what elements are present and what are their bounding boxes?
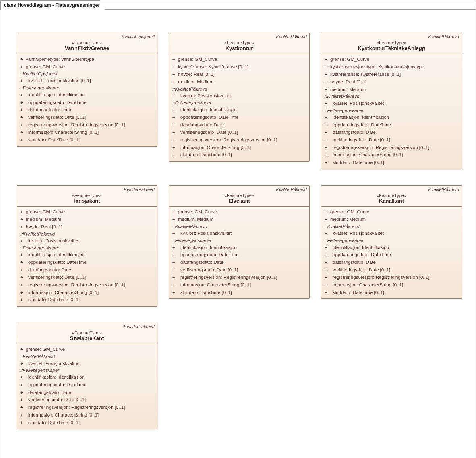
- attribute-row: +medium: Medium: [169, 78, 309, 86]
- visibility-plus-icon: +: [20, 381, 26, 388]
- attribute-row: +informasjon: CharacterString [0..1]: [17, 128, 157, 136]
- attribute-row: +medium: Medium: [321, 216, 462, 223]
- attribute-row: +datafangstdato: Date: [169, 259, 309, 266]
- class-tag: KvalitetOpsjonell: [122, 34, 155, 39]
- attribute-row: +informasjon: CharacterString [0..1]: [321, 151, 462, 159]
- attribute-row: +grense: GM_Curve: [17, 208, 157, 216]
- visibility-plus-icon: +: [20, 412, 26, 419]
- class-grid: KvalitetOpsjonell«FeatureType»VannFiktiv…: [17, 33, 462, 429]
- section-label: ::Fellesegenskaper: [17, 85, 157, 91]
- visibility-plus-icon: +: [172, 71, 178, 78]
- attribute-text: kvalitet: Posisjonskvalitet [0..1]: [28, 77, 154, 84]
- attribute-text: identifikasjon: Identifikasjon: [180, 244, 306, 251]
- attribute-row: +grense: GM_Curve: [17, 63, 157, 71]
- attribute-row: +oppdateringsdato: DateTime: [169, 114, 309, 121]
- visibility-plus-icon: +: [172, 282, 178, 288]
- class-header: KvalitetPåkrevd«FeatureType»Kanalkant: [321, 186, 462, 207]
- visibility-plus-icon: +: [20, 360, 26, 367]
- attribute-row: +identifikasjon: Identifikasjon: [169, 106, 309, 114]
- visibility-plus-icon: +: [172, 56, 178, 63]
- attribute-text: informasjon: CharacterString [0..1]: [28, 289, 154, 296]
- section-label: ::KvalitetOpsjonell: [17, 70, 157, 77]
- attribute-text: datafangstdato: Date: [180, 122, 306, 128]
- visibility-plus-icon: +: [325, 259, 330, 266]
- attribute-text: medium: Medium: [178, 216, 306, 223]
- attribute-text: identifikasjon: Identifikasjon: [28, 374, 154, 381]
- section-label: ::Fellesegenskaper: [169, 99, 309, 106]
- visibility-plus-icon: +: [325, 230, 330, 237]
- class-name: VannFiktivGrense: [19, 45, 155, 51]
- attribute-row: +sluttdato: DateTime [0..1]: [169, 151, 309, 159]
- attribute-row: +identifikasjon: Identifikasjon: [17, 91, 157, 99]
- section-label: ::KvalitetPåkrevd: [321, 223, 462, 230]
- attribute-row: +sluttdato: DateTime [0..1]: [321, 289, 462, 296]
- visibility-plus-icon: +: [172, 122, 178, 128]
- attribute-row: +registreringsversjon: Registreringsvers…: [17, 121, 157, 129]
- visibility-plus-icon: +: [172, 244, 178, 251]
- visibility-plus-icon: +: [20, 56, 26, 63]
- visibility-plus-icon: +: [172, 144, 178, 151]
- class-name: Kanalkant: [324, 198, 459, 204]
- attribute-row: +identifikasjon: Identifikasjon: [169, 244, 309, 251]
- attribute-text: kvalitet: Posisjonskvalitet: [28, 238, 154, 245]
- class-header: KvalitetPåkrevd«FeatureType»KystkonturTe…: [321, 33, 462, 54]
- attribute-row: +identifikasjon: Identifikasjon: [321, 244, 462, 251]
- visibility-plus-icon: +: [20, 404, 26, 411]
- class-header: KvalitetPåkrevd«FeatureType»Innsjøkant: [17, 186, 157, 207]
- attribute-text: informasjon: CharacterString [0..1]: [180, 144, 306, 151]
- attribute-row: +kystreferanse: Kystreferanse [0..1]: [321, 70, 462, 78]
- attribute-row: +kvalitet: Posisjonskvalitet: [17, 237, 157, 245]
- attribute-text: registreringsversjon: Registreringsversj…: [333, 274, 458, 281]
- visibility-plus-icon: +: [20, 296, 26, 303]
- attribute-row: +medium: Medium: [321, 86, 462, 93]
- attribute-row: +kvalitet: Posisjonskvalitet: [321, 99, 462, 107]
- section-label: ::KvalitetPåkrevd: [17, 231, 157, 237]
- visibility-plus-icon: +: [172, 251, 178, 258]
- visibility-plus-icon: +: [20, 282, 26, 288]
- attribute-text: identifikasjon: Identifikasjon: [28, 251, 154, 258]
- visibility-plus-icon: +: [325, 274, 330, 281]
- attribute-row: +verifiseringsdato: Date [0..1]: [17, 396, 157, 404]
- class-stereotype: «FeatureType»: [19, 193, 155, 198]
- visibility-plus-icon: +: [20, 238, 26, 245]
- section-label: ::Fellesegenskaper: [17, 367, 157, 373]
- attribute-text: oppdateringsdato: DateTime: [180, 114, 306, 121]
- attribute-text: verifiseringsdato: Date [0..1]: [333, 267, 458, 274]
- attribute-text: grense: GM_Curve: [26, 64, 154, 70]
- class-box: KvalitetOpsjonell«FeatureType»VannFiktiv…: [17, 33, 157, 147]
- attribute-row: +datafangstdato: Date: [169, 121, 309, 129]
- section-label: ::KvalitetPåkrevd: [17, 353, 157, 360]
- visibility-plus-icon: +: [325, 137, 330, 143]
- section-label: ::Fellesegenskaper: [321, 237, 462, 244]
- attribute-text: grense: GM_Curve: [178, 209, 306, 216]
- class-stereotype: «FeatureType»: [19, 40, 155, 45]
- attribute-row: +verifiseringsdato: Date [0..1]: [17, 274, 157, 281]
- class-body: +grense: GM_Curve::KvalitetPåkrevd+kvali…: [17, 344, 157, 429]
- attribute-row: +verifiseringsdato: Date [0..1]: [169, 266, 309, 274]
- attribute-text: kystreferanse: Kystreferanse [0..1]: [330, 71, 458, 78]
- attribute-row: +verifiseringsdato: Date [0..1]: [17, 114, 157, 121]
- attribute-row: +oppdateringsdato: DateTime: [169, 251, 309, 259]
- attribute-text: informasjon: CharacterString [0..1]: [28, 412, 154, 419]
- attribute-row: +datafangstdato: Date: [17, 266, 157, 274]
- attribute-text: kystreferanse: Kystreferanse [0..1]: [178, 64, 306, 70]
- attribute-row: +registreringsversjon: Registreringsvers…: [17, 281, 157, 289]
- attribute-text: verifiseringsdato: Date [0..1]: [180, 267, 306, 274]
- attribute-row: +grense: GM_Curve: [321, 56, 462, 63]
- class-name: SnøIsbreKant: [19, 335, 155, 341]
- attribute-row: +kvalitet: Posisjonskvalitet: [169, 92, 309, 100]
- class-name: Elvekant: [172, 198, 307, 204]
- attribute-row: +verifiseringsdato: Date [0..1]: [321, 136, 462, 144]
- class-body: +grense: GM_Curve+kystreferanse: Kystref…: [169, 54, 309, 161]
- attribute-text: vannSperretype: VannSperretype: [26, 56, 154, 63]
- attribute-text: informasjon: CharacterString [0..1]: [333, 282, 458, 288]
- visibility-plus-icon: +: [20, 251, 26, 258]
- class-box: KvalitetPåkrevd«FeatureType»Innsjøkant+g…: [17, 185, 157, 307]
- visibility-plus-icon: +: [325, 71, 330, 78]
- visibility-plus-icon: +: [172, 216, 178, 223]
- attribute-row: +grense: GM_Curve: [169, 56, 309, 63]
- attribute-row: +sluttdato: DateTime [0..1]: [169, 289, 309, 296]
- attribute-row: +identifikasjon: Identifikasjon: [321, 114, 462, 121]
- class-body: +grense: GM_Curve+medium: Medium::Kvalit…: [169, 207, 309, 299]
- class-box: KvalitetPåkrevd«FeatureType»SnøIsbreKant…: [17, 323, 157, 429]
